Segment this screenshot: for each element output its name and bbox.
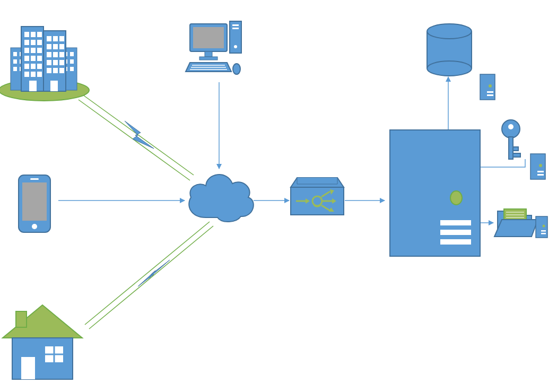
- svg-point-118: [543, 225, 545, 228]
- svg-rect-92: [440, 239, 471, 245]
- svg-rect-63: [199, 57, 217, 60]
- svg-rect-91: [440, 230, 471, 235]
- svg-rect-49: [53, 60, 58, 65]
- svg-rect-33: [24, 64, 29, 69]
- svg-point-99: [508, 124, 514, 129]
- connector-office-cloud: [79, 94, 194, 180]
- svg-rect-57: [232, 24, 239, 26]
- svg-rect-21: [24, 32, 29, 37]
- svg-rect-36: [24, 72, 29, 77]
- svg-rect-18: [70, 67, 74, 71]
- svg-rect-22: [31, 32, 36, 37]
- svg-rect-9: [13, 59, 17, 64]
- desktop-computer-icon: [186, 21, 241, 74]
- svg-line-3: [89, 226, 213, 329]
- svg-rect-58: [232, 28, 239, 29]
- office-building-icon: [0, 27, 89, 101]
- svg-rect-31: [31, 56, 36, 61]
- svg-rect-69: [22, 182, 47, 221]
- svg-rect-120: [541, 233, 546, 234]
- svg-rect-55: [50, 81, 58, 91]
- svg-rect-23: [37, 32, 42, 37]
- svg-rect-39: [47, 36, 51, 41]
- svg-rect-111: [487, 91, 493, 93]
- svg-rect-34: [31, 64, 36, 69]
- svg-rect-100: [509, 137, 513, 159]
- svg-rect-46: [53, 52, 58, 57]
- svg-rect-26: [37, 40, 42, 45]
- folder-open-icon: [494, 209, 538, 237]
- lightning-icon: [125, 121, 154, 149]
- svg-rect-41: [59, 36, 64, 41]
- svg-rect-28: [31, 48, 36, 53]
- svg-line-2: [85, 222, 210, 325]
- svg-rect-25: [31, 40, 36, 45]
- svg-rect-48: [47, 60, 51, 65]
- small-server-icon: [530, 154, 545, 179]
- svg-point-89: [450, 191, 462, 205]
- svg-point-97: [427, 61, 472, 76]
- cloud-icon: [189, 175, 254, 222]
- svg-rect-11: [13, 67, 17, 71]
- svg-point-110: [489, 84, 492, 88]
- svg-rect-27: [24, 48, 29, 53]
- svg-rect-117: [536, 216, 547, 238]
- connector-house-cloud: [85, 222, 213, 329]
- svg-rect-52: [53, 68, 58, 73]
- svg-rect-37: [31, 72, 36, 77]
- router-icon: [291, 178, 344, 215]
- svg-marker-72: [3, 305, 82, 338]
- svg-rect-101: [513, 147, 518, 151]
- svg-rect-112: [487, 94, 493, 96]
- svg-point-114: [539, 164, 542, 167]
- key-icon: [502, 120, 520, 159]
- svg-point-70: [32, 224, 37, 229]
- svg-rect-24: [24, 40, 29, 45]
- svg-rect-29: [37, 48, 42, 53]
- svg-rect-42: [47, 44, 51, 49]
- smartphone-icon: [19, 175, 50, 232]
- small-server-icon: [480, 74, 495, 100]
- svg-rect-102: [513, 153, 520, 157]
- svg-line-1: [79, 100, 190, 180]
- svg-rect-73: [16, 311, 27, 327]
- svg-rect-90: [440, 220, 471, 225]
- svg-rect-47: [59, 52, 64, 57]
- server-tower-icon: [390, 130, 480, 256]
- svg-rect-40: [53, 36, 58, 41]
- database-cylinder-icon: [427, 24, 472, 76]
- svg-rect-38: [37, 72, 42, 77]
- svg-point-67: [233, 64, 240, 74]
- svg-rect-32: [37, 56, 42, 61]
- svg-rect-119: [541, 230, 546, 232]
- svg-rect-51: [47, 68, 51, 73]
- svg-rect-61: [193, 27, 224, 48]
- svg-rect-71: [30, 178, 39, 180]
- small-server-icon: [536, 216, 547, 238]
- svg-rect-35: [37, 64, 42, 69]
- svg-rect-53: [59, 68, 64, 73]
- svg-rect-30: [24, 56, 29, 61]
- house-icon: [3, 305, 82, 379]
- svg-rect-16: [70, 59, 74, 64]
- svg-rect-62: [205, 51, 212, 57]
- svg-rect-88: [390, 130, 480, 256]
- svg-point-59: [234, 45, 237, 48]
- svg-rect-50: [59, 60, 64, 65]
- svg-line-0: [82, 94, 194, 175]
- svg-rect-43: [53, 44, 58, 49]
- svg-rect-45: [47, 52, 51, 57]
- svg-rect-14: [70, 52, 74, 56]
- svg-rect-44: [59, 44, 64, 49]
- svg-rect-116: [537, 174, 544, 176]
- lightning-icon: [138, 260, 170, 286]
- connector-server-key: [480, 159, 525, 167]
- svg-rect-54: [29, 81, 37, 91]
- svg-rect-115: [537, 171, 544, 172]
- svg-rect-7: [13, 52, 17, 56]
- svg-rect-78: [21, 357, 35, 379]
